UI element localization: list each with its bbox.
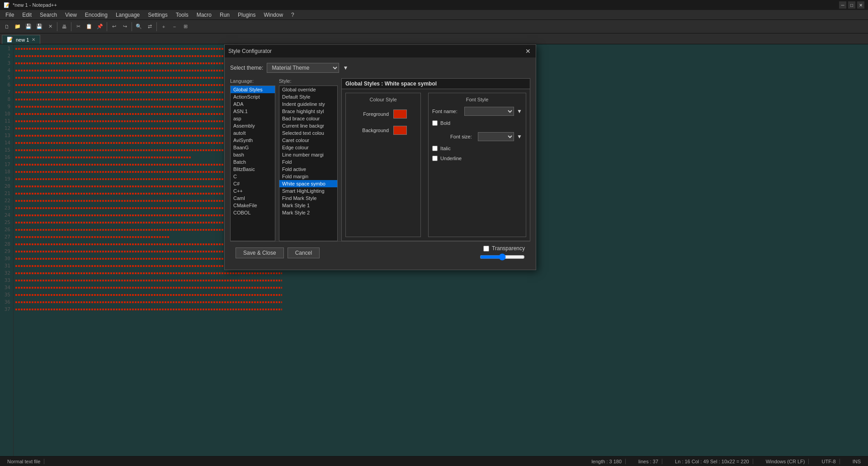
dialog-footer: Save & Close Cancel Transparency: [230, 241, 530, 264]
style-item[interactable]: White space symbo: [279, 180, 337, 187]
style-config-body: Colour Style Foreground Background: [342, 89, 530, 241]
language-item[interactable]: Global Styles: [231, 86, 275, 93]
font-name-label: Font name:: [432, 109, 462, 114]
language-panel: Language: Global StylesActionScriptADAAS…: [230, 78, 275, 241]
language-item[interactable]: ASN.1: [231, 108, 275, 115]
language-item[interactable]: ActionScript: [231, 93, 275, 100]
italic-row: Italic: [432, 146, 522, 151]
italic-label: Italic: [440, 146, 451, 151]
style-item[interactable]: Fold: [279, 158, 337, 166]
language-list[interactable]: Global StylesActionScriptADAASN.1aspAsse…: [230, 86, 275, 241]
colour-style-section: Colour Style Foreground Background: [345, 93, 421, 237]
language-item[interactable]: bash: [231, 151, 275, 158]
style-list[interactable]: Global overrideDefault StyleIndent guide…: [279, 86, 338, 241]
language-item[interactable]: Batch: [231, 158, 275, 166]
language-panel-label: Language:: [230, 78, 275, 84]
font-name-row: Font name: ▼: [432, 107, 522, 116]
dialog-title-bar: Style Configurator ✕: [225, 45, 536, 57]
style-config-panel: Global Styles : White space symbol Colou…: [341, 78, 530, 241]
style-item[interactable]: Default Style: [279, 93, 337, 100]
language-item[interactable]: C#: [231, 180, 275, 187]
theme-dropdown-arrow: ▼: [343, 65, 348, 71]
bold-checkbox[interactable]: [432, 120, 438, 126]
language-item[interactable]: BaanG: [231, 144, 275, 151]
style-panel-label: Style:: [279, 78, 338, 84]
dialog-body: Select theme: Material Theme ▼ Language:…: [225, 57, 536, 270]
transparency-check-row: Transparency: [483, 245, 525, 252]
language-item[interactable]: C++: [231, 187, 275, 195]
language-item[interactable]: autoIt: [231, 129, 275, 137]
language-item[interactable]: AviSynth: [231, 137, 275, 144]
italic-checkbox[interactable]: [432, 146, 438, 151]
language-item[interactable]: BlitzBasic: [231, 166, 275, 173]
theme-select-dropdown[interactable]: Material Theme: [267, 63, 339, 73]
style-item[interactable]: Find Mark Style: [279, 195, 337, 202]
style-item[interactable]: Caret colour: [279, 137, 337, 144]
style-item[interactable]: Brace highlight styl: [279, 108, 337, 115]
style-item[interactable]: Bad brace colour: [279, 115, 337, 122]
style-item[interactable]: Global override: [279, 86, 337, 93]
transparency-slider[interactable]: [480, 253, 525, 261]
style-item[interactable]: Current line backgr: [279, 122, 337, 129]
dialog-close-button[interactable]: ✕: [524, 47, 532, 55]
font-style-section: Font Style Font name: ▼ Bold: [428, 93, 526, 237]
dialog-main: Language: Global StylesActionScriptADAAS…: [230, 78, 530, 241]
style-item[interactable]: Selected text colou: [279, 129, 337, 137]
transparency-label: Transparency: [492, 245, 525, 252]
language-item[interactable]: ADA: [231, 100, 275, 108]
font-size-label: Font size:: [450, 134, 475, 139]
background-label: Background: [359, 128, 389, 133]
transparency-checkbox[interactable]: [483, 246, 489, 252]
style-item[interactable]: Mark Style 1: [279, 202, 337, 209]
font-style-title: Font Style: [432, 97, 522, 102]
font-size-bold-row: Font size: ▼: [432, 130, 522, 141]
font-name-arrow: ▼: [517, 108, 522, 114]
underline-label: Underline: [440, 156, 462, 161]
style-item[interactable]: Fold margin: [279, 173, 337, 180]
language-item[interactable]: Caml: [231, 195, 275, 202]
transparency-area: Transparency: [480, 245, 525, 261]
footer-buttons: Save & Close Cancel: [236, 247, 320, 258]
foreground-row: Foreground: [349, 109, 417, 119]
theme-select-label: Select theme:: [230, 65, 263, 71]
style-configurator-dialog: Style Configurator ✕ Select theme: Mater…: [224, 44, 536, 270]
underline-checkbox[interactable]: [432, 156, 438, 161]
bold-row: Bold: [432, 120, 522, 126]
language-item[interactable]: C: [231, 173, 275, 180]
underline-row: Underline: [432, 156, 522, 161]
background-row: Background: [349, 126, 417, 135]
language-item[interactable]: COBOL: [231, 209, 275, 216]
cancel-button[interactable]: Cancel: [288, 247, 320, 258]
font-size-select[interactable]: [478, 132, 514, 141]
style-item[interactable]: Smart HighLighting: [279, 187, 337, 195]
style-item[interactable]: Fold active: [279, 166, 337, 173]
style-panel: Style: Global overrideDefault StyleInden…: [279, 78, 338, 241]
foreground-swatch[interactable]: [393, 109, 407, 119]
font-size-arrow: ▼: [517, 133, 522, 140]
save-close-button[interactable]: Save & Close: [236, 247, 284, 258]
style-item[interactable]: Mark Style 2: [279, 209, 337, 216]
font-name-select[interactable]: [464, 107, 514, 116]
foreground-label: Foreground: [359, 111, 389, 117]
colour-style-title: Colour Style: [370, 97, 397, 102]
style-item[interactable]: Line number margi: [279, 151, 337, 158]
style-config-title: Global Styles : White space symbol: [342, 79, 530, 89]
language-item[interactable]: CMakeFile: [231, 202, 275, 209]
background-swatch[interactable]: [393, 126, 407, 135]
language-item[interactable]: asp: [231, 115, 275, 122]
bold-label: Bold: [440, 120, 450, 126]
font-size-row: Font size: ▼: [450, 132, 522, 141]
style-item[interactable]: Edge colour: [279, 144, 337, 151]
language-item[interactable]: Assembly: [231, 122, 275, 129]
dialog-title: Style Configurator: [228, 48, 272, 54]
style-item[interactable]: Indent guideline sty: [279, 100, 337, 108]
dialog-overlay: Style Configurator ✕ Select theme: Mater…: [0, 0, 868, 466]
theme-select-row: Select theme: Material Theme ▼: [230, 63, 530, 73]
